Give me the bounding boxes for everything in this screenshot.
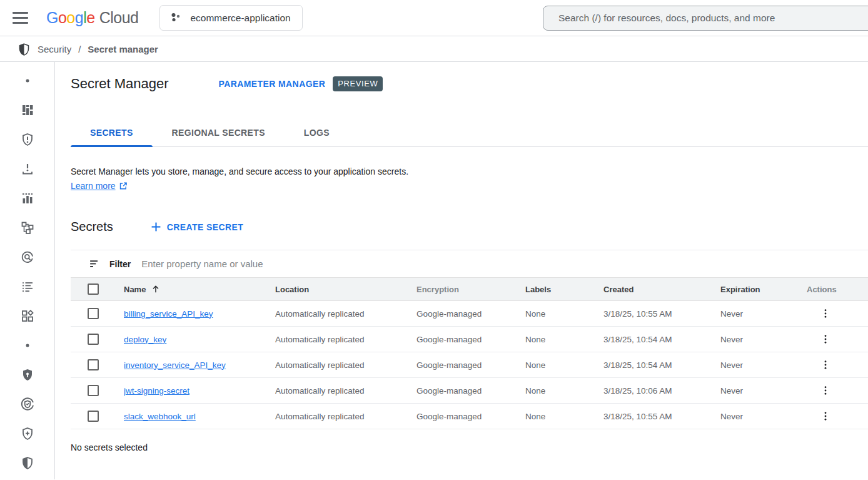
cell-encryption: Google-managed xyxy=(416,378,525,404)
table-row: inventory_service_API_key Automatically … xyxy=(71,352,868,378)
tab-bar: SECRETS REGIONAL SECRETS LOGS xyxy=(71,118,868,147)
column-header-labels[interactable]: Labels xyxy=(525,278,603,301)
row-checkbox[interactable] xyxy=(88,308,99,319)
tab-regional-secrets[interactable]: REGIONAL SECRETS xyxy=(153,118,285,146)
row-actions-menu-icon[interactable] xyxy=(818,306,833,321)
logo-letter: o xyxy=(66,9,74,27)
table-row: slack_webhook_url Automatically replicat… xyxy=(71,404,868,429)
column-header-expiration[interactable]: Expiration xyxy=(720,278,807,301)
page-description: Secret Manager lets you store, manage, a… xyxy=(71,166,868,176)
secrets-table: Filter Name xyxy=(71,250,868,429)
top-app-bar: G o o g l e Cloud ecommerce-application xyxy=(0,0,868,36)
row-checkbox[interactable] xyxy=(88,334,99,345)
shield-lock-icon[interactable] xyxy=(0,360,54,389)
parameter-manager-link[interactable]: PARAMETER MANAGER xyxy=(219,79,326,89)
secret-name-link[interactable]: inventory_service_API_key xyxy=(124,360,226,370)
global-search-input[interactable] xyxy=(557,12,868,24)
preview-badge: PREVIEW xyxy=(333,76,383,91)
shield-alert-icon[interactable] xyxy=(0,125,54,154)
column-header-name[interactable]: Name xyxy=(124,285,146,294)
cell-expiration: Never xyxy=(720,352,807,378)
tab-secrets[interactable]: SECRETS xyxy=(71,118,153,146)
cell-labels: None xyxy=(525,352,603,378)
posture-chart-icon[interactable] xyxy=(0,183,54,213)
project-name: ecommerce-application xyxy=(190,13,290,24)
dot-indicator xyxy=(0,330,54,360)
external-link-icon xyxy=(119,181,128,190)
security-shield-icon xyxy=(18,43,31,56)
cell-expiration: Never xyxy=(720,301,807,327)
column-header-actions: Actions xyxy=(807,278,868,301)
cell-expiration: Never xyxy=(720,327,807,352)
table-header-row: Name Location Encryption Labels xyxy=(71,278,868,301)
security-shield-icon[interactable] xyxy=(0,448,54,477)
main-content: Secret Manager PARAMETER MANAGER PREVIEW… xyxy=(55,62,868,479)
column-header-location[interactable]: Location xyxy=(275,278,416,301)
cell-created: 3/18/25, 10:54 AM xyxy=(603,352,720,378)
project-icon xyxy=(169,11,183,25)
cell-encryption: Google-managed xyxy=(416,327,525,352)
cell-created: 3/18/25, 10:06 AM xyxy=(603,378,720,404)
learn-more-link[interactable]: Learn more xyxy=(71,181,116,191)
filter-label[interactable]: Filter xyxy=(109,259,131,269)
selection-status: No secrets selected xyxy=(71,442,868,452)
breadcrumb-separator: / xyxy=(78,44,81,54)
select-all-checkbox[interactable] xyxy=(88,283,99,295)
row-actions-menu-icon[interactable] xyxy=(818,383,833,398)
table-row: deploy_key Automatically replicated Goog… xyxy=(71,327,868,352)
dot-indicator xyxy=(0,66,54,95)
row-checkbox[interactable] xyxy=(88,411,99,422)
hamburger-menu-icon[interactable] xyxy=(13,9,30,27)
cell-location: Automatically replicated xyxy=(275,327,416,352)
cell-encryption: Google-managed xyxy=(416,352,525,378)
create-secret-label: CREATE SECRET xyxy=(167,222,243,232)
row-actions-menu-icon[interactable] xyxy=(818,409,833,424)
filter-bar[interactable]: Filter xyxy=(71,250,868,277)
secret-name-link[interactable]: billing_service_API_key xyxy=(124,309,213,319)
cell-expiration: Never xyxy=(720,378,807,404)
secret-name-link[interactable]: deploy_key xyxy=(124,335,166,344)
row-checkbox[interactable] xyxy=(88,359,99,370)
secret-name-link[interactable]: slack_webhook_url xyxy=(124,412,196,421)
attack-path-icon[interactable] xyxy=(0,213,54,242)
row-actions-menu-icon[interactable] xyxy=(818,357,833,372)
create-secret-button[interactable]: CREATE SECRET xyxy=(151,222,243,232)
logo-cloud-text: Cloud xyxy=(99,9,139,27)
assets-grid-icon[interactable] xyxy=(0,301,54,330)
cell-location: Automatically replicated xyxy=(275,301,416,327)
table-row: billing_service_API_key Automatically re… xyxy=(71,301,868,327)
row-actions-menu-icon[interactable] xyxy=(818,332,833,347)
filter-icon xyxy=(88,258,100,270)
threat-search-icon[interactable] xyxy=(0,242,54,272)
findings-list-icon[interactable] xyxy=(0,272,54,301)
risk-overview-icon[interactable] xyxy=(0,95,54,125)
cell-labels: None xyxy=(525,404,603,429)
cell-labels: None xyxy=(525,378,603,404)
logo-letter: e xyxy=(86,9,94,27)
column-header-encryption: Encryption xyxy=(416,278,525,301)
breadcrumb: Security / Secret manager xyxy=(0,36,868,62)
logo-letter: o xyxy=(58,9,66,27)
cell-location: Automatically replicated xyxy=(275,378,416,404)
plus-icon xyxy=(151,222,161,232)
global-search-box[interactable] xyxy=(543,6,868,31)
logo-letter: g xyxy=(75,9,83,27)
compliance-shield-icon[interactable] xyxy=(0,389,54,419)
cell-location: Automatically replicated xyxy=(275,404,416,429)
table-row: jwt-signing-secret Automatically replica… xyxy=(71,378,868,404)
cell-encryption: Google-managed xyxy=(416,404,525,429)
cell-labels: None xyxy=(525,301,603,327)
shield-plus-icon[interactable] xyxy=(0,419,54,448)
sort-ascending-icon[interactable] xyxy=(151,284,161,294)
row-checkbox[interactable] xyxy=(88,385,99,396)
secret-name-link[interactable]: jwt-signing-secret xyxy=(124,386,189,396)
cell-created: 3/18/25, 10:54 AM xyxy=(603,327,720,352)
column-header-created[interactable]: Created xyxy=(603,278,720,301)
filter-input[interactable] xyxy=(140,250,868,277)
tab-logs[interactable]: LOGS xyxy=(285,118,349,146)
security-nav-rail xyxy=(0,62,55,479)
project-selector-button[interactable]: ecommerce-application xyxy=(159,5,302,31)
ingestion-icon[interactable] xyxy=(0,154,54,183)
breadcrumb-security-link[interactable]: Security xyxy=(38,44,71,54)
google-cloud-logo: G o o g l e Cloud xyxy=(46,9,138,27)
